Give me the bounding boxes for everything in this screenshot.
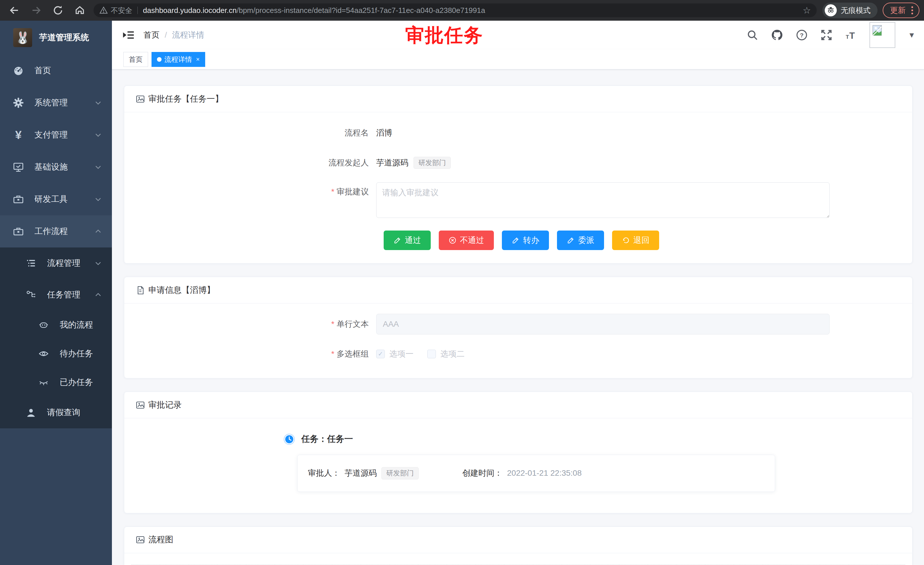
sidebar-toggle-icon[interactable] [122,29,135,41]
avatar[interactable] [870,22,895,48]
search-icon[interactable] [746,29,759,41]
close-icon[interactable]: × [196,56,200,63]
help-icon[interactable]: ? [795,29,808,41]
approver-name: 芋道源码 [345,468,377,479]
annotation-text: 审批任务 [405,23,483,48]
bookmark-star-icon[interactable]: ☆ [802,6,811,15]
checkbox-option-1[interactable]: ✓ 选项一 [376,349,414,359]
home-icon[interactable] [74,5,86,16]
tab-process-detail[interactable]: 流程详情 × [152,52,205,67]
approver-label: 审批人： [308,468,340,479]
sidebar-item-infra[interactable]: 基础设施 [0,151,112,183]
back-icon[interactable] [9,5,20,16]
delegate-button[interactable]: 委派 [557,230,604,250]
approval-record-card: 审批记录 任务：任务一 审批人： 芋道源码 研发部门 创建时间： 2022-01… [124,392,912,513]
field-label: 流程发起人 [124,157,376,168]
timeline-node: 任务：任务一 [284,433,912,445]
url-text[interactable]: dashboard.yudao.iocoder.cn/bpm/process-i… [143,6,485,15]
chevron-down-icon [94,163,102,171]
checkbox-unchecked-icon [427,350,436,358]
sidebar-item-todo-tasks[interactable]: 待办任务 [0,340,112,368]
card-title: 申请信息【滔博】 [148,284,215,296]
breadcrumb-home[interactable]: 首页 [144,30,159,41]
browser-toolbar: 不安全 dashboard.yudao.iocoder.cn/bpm/proce… [0,0,924,21]
sidebar-item-done-tasks[interactable]: 已办任务 [0,368,112,397]
suggestion-textarea[interactable] [376,182,830,218]
fullscreen-icon[interactable] [820,29,833,41]
approve-button[interactable]: 通过 [384,230,431,250]
field-value: 芋道源码 [376,157,408,168]
refresh-left-icon [622,236,630,244]
sidebar-item-label: 已办任务 [60,377,102,388]
single-text-input[interactable] [376,314,830,335]
tab-label: 首页 [129,55,142,64]
card-header: 审批任务【任务一】 [124,86,912,112]
clock-icon [284,434,295,445]
sidebar: 🐰 芋道管理系统 首页 系统管理 ¥ 支付管理 基础设施 [0,21,112,565]
security-chip[interactable]: 不安全 [99,6,132,15]
tab-home[interactable]: 首页 [123,52,148,67]
sidebar-item-label: 工作流程 [34,225,94,237]
sidebar-item-workflow[interactable]: 工作流程 [0,215,112,248]
sidebar-item-my-process[interactable]: 我的流程 [0,311,112,340]
svg-text:T: T [846,34,849,40]
edit-icon [512,236,520,244]
forward-icon[interactable] [30,5,42,16]
page-content: 审批任务【任务一】 流程名 滔博 流程发起人 芋道源码 研发部门 [112,69,924,565]
breadcrumb-current: 流程详情 [172,30,204,41]
form-row-checkbox-group: 多选框组 ✓ 选项一 选项二 [124,344,912,364]
chevron-up-icon [94,227,102,236]
create-time-label: 创建时间： [462,468,502,479]
browser-menu-icon[interactable] [911,6,913,14]
form-row-suggestion: 审批建议 [124,182,912,218]
sidebar-item-task-mgmt[interactable]: 任务管理 [0,279,112,311]
url-path: /bpm/process-instance/detail?id=54aa251f… [237,6,485,15]
font-size-icon[interactable]: TT [845,29,857,41]
toolbox-icon [13,194,24,205]
chevron-down-icon[interactable]: ▼ [908,31,915,40]
user-icon [25,407,37,418]
logo-avatar: 🐰 [13,28,32,47]
picture-icon [136,535,145,544]
chevron-down-icon [94,99,102,107]
chevron-down-icon [94,195,102,203]
monitor-icon [13,161,24,173]
sidebar-item-label: 我的流程 [60,319,102,331]
checkbox-option-2[interactable]: 选项二 [427,349,465,359]
checkbox-checked-icon: ✓ [376,350,385,358]
task-title: 任务：任务一 [301,433,353,445]
yen-icon: ¥ [13,129,24,141]
card-header: 申请信息【滔博】 [124,277,912,304]
form-row-single-text: 单行文本 [124,314,912,335]
github-icon[interactable] [771,29,783,41]
browser-nav-buttons [0,5,93,16]
sidebar-item-process-mgmt[interactable]: 流程管理 [0,248,112,279]
sidebar-item-system[interactable]: 系统管理 [0,87,112,119]
update-label: 更新 [890,5,906,15]
transfer-button[interactable]: 转办 [502,230,549,250]
sidebar-item-leave-query[interactable]: 请假查询 [0,397,112,428]
update-button[interactable]: 更新 [883,3,920,18]
edit-icon [567,236,575,244]
reload-icon[interactable] [52,5,64,16]
sidebar-item-label: 待办任务 [60,348,102,359]
eye-open-icon [38,348,50,359]
sidebar-item-home[interactable]: 首页 [0,54,112,87]
sidebar-item-payment[interactable]: ¥ 支付管理 [0,119,112,151]
dept-tag: 研发部门 [381,467,418,479]
list-icon [25,257,37,269]
svg-text:T: T [849,31,855,41]
svg-text:?: ? [800,32,804,39]
picture-icon [136,95,145,104]
gear-icon [13,97,24,108]
page-header: 首页 / 流程详情 审批任务 ? TT [112,21,924,50]
workflow-submenu: 流程管理 任务管理 我的流程 待办任务 [0,248,112,428]
breadcrumb-separator: / [165,30,167,40]
card-title: 流程图 [148,534,173,545]
form-row-process-name: 流程名 滔博 [124,123,912,143]
return-button[interactable]: 退回 [612,230,659,250]
reject-button[interactable]: 不通过 [439,230,494,250]
circle-close-icon [448,236,456,244]
sidebar-item-devtools[interactable]: 研发工具 [0,183,112,215]
url-bar[interactable]: 不安全 dashboard.yudao.iocoder.cn/bpm/proce… [93,3,817,17]
